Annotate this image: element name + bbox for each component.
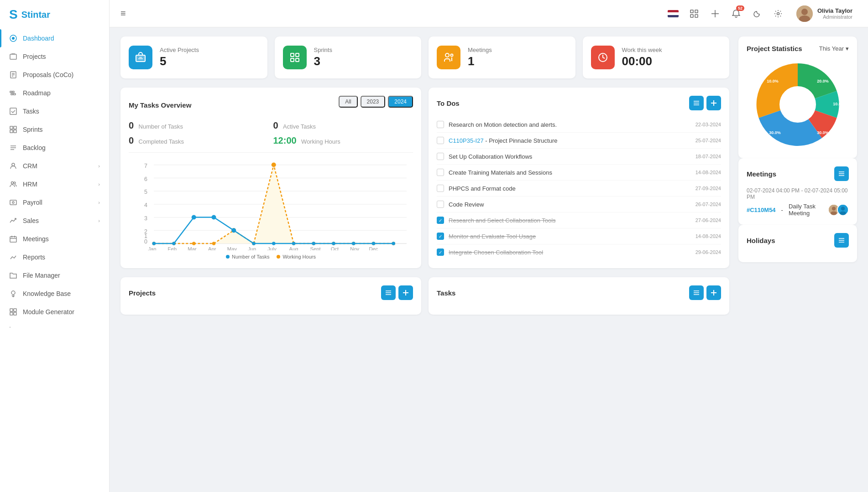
svg-rect-15 xyxy=(14,130,16,133)
svg-text:Jan: Jan xyxy=(148,246,156,250)
svg-rect-14 xyxy=(10,130,13,133)
svg-rect-10 xyxy=(13,93,16,95)
todos-add-button[interactable] xyxy=(706,96,721,110)
settings-button[interactable] xyxy=(771,6,785,21)
todo-link[interactable]: C110P35-I27 xyxy=(449,137,484,144)
reports-icon xyxy=(9,253,17,261)
crm-arrow-icon: › xyxy=(98,163,100,169)
todo-date: 14-08-2024 xyxy=(695,170,721,175)
hrm-arrow-icon: › xyxy=(98,181,100,187)
sidebar-item-label: Knowledge Base xyxy=(23,290,71,297)
svg-text:May: May xyxy=(227,246,237,250)
sidebar-item-projects[interactable]: Projects xyxy=(0,47,109,66)
todo-text: Monitor and Evaluate Tool Usage xyxy=(449,233,691,240)
flag-button[interactable] xyxy=(666,6,680,21)
svg-point-91 xyxy=(292,242,296,245)
todos-actions xyxy=(689,96,721,110)
todo-checkbox[interactable]: ✓ xyxy=(437,217,444,224)
svg-rect-9 xyxy=(11,93,13,95)
meetings-card: Meetings 1 xyxy=(429,36,575,78)
todo-item: ✓ Research and Select Collaboration Tool… xyxy=(437,212,721,228)
task-filters: All 2023 2024 xyxy=(339,96,413,108)
svg-point-94 xyxy=(352,242,356,245)
todo-item: ✓ Monitor and Evaluate Tool Usage 14-08-… xyxy=(437,228,721,244)
sidebar-item-module-generator[interactable]: Module Generator xyxy=(0,303,109,321)
sidebar-item-dashboard[interactable]: Dashboard xyxy=(0,29,109,47)
sidebar-item-knowledge-base[interactable]: Knowledge Base xyxy=(0,285,109,303)
tasks-list-button[interactable] xyxy=(689,285,704,300)
active-projects-value: 5 xyxy=(160,54,199,68)
tasks-panel-title: Tasks xyxy=(437,289,455,297)
sidebar-item-backlog[interactable]: Backlog xyxy=(0,139,109,157)
projects-add-button[interactable] xyxy=(398,285,413,300)
svg-rect-46 xyxy=(139,57,142,58)
svg-point-84 xyxy=(152,242,156,245)
svg-text:20.0%: 20.0% xyxy=(817,79,829,83)
todo-checkbox[interactable] xyxy=(437,137,444,144)
sidebar-logo: S Stintar xyxy=(0,0,109,29)
profile-button[interactable]: Olivia Taylor Administrator xyxy=(792,3,857,25)
sidebar-item-sprints[interactable]: Sprints xyxy=(0,120,109,139)
todo-date: 29-06-2024 xyxy=(695,249,721,255)
svg-point-93 xyxy=(332,242,335,245)
sprints-icon xyxy=(9,125,17,134)
projects-panel-actions xyxy=(381,285,413,300)
svg-text:30.0%: 30.0% xyxy=(769,130,781,135)
svg-text:0: 0 xyxy=(144,238,147,245)
todo-checkbox[interactable] xyxy=(437,169,444,176)
filter-2024-button[interactable]: 2024 xyxy=(388,96,413,108)
notification-button[interactable]: 52 xyxy=(729,6,743,21)
svg-point-74 xyxy=(212,242,216,245)
sidebar-item-label: Proposals (CoCo) xyxy=(23,71,73,78)
todo-checkbox[interactable] xyxy=(437,185,444,192)
add-button[interactable] xyxy=(708,6,722,21)
apps-button[interactable] xyxy=(687,6,701,21)
stat-cards-row: Active Projects 5 Sprints 3 xyxy=(120,36,729,78)
sidebar-item-payroll[interactable]: Payroll › xyxy=(0,193,109,212)
filter-2023-button[interactable]: 2023 xyxy=(361,96,386,108)
todo-checkbox[interactable] xyxy=(437,121,444,128)
content-main: Active Projects 5 Sprints 3 xyxy=(120,36,729,483)
svg-rect-11 xyxy=(10,108,16,114)
todo-text: Integrate Chosen Collaboration Tool xyxy=(449,249,691,256)
svg-text:Feb: Feb xyxy=(168,246,177,250)
backlog-icon xyxy=(9,144,17,152)
legend-tasks-label: Number of Tasks xyxy=(232,254,269,259)
tasks-add-button[interactable] xyxy=(706,285,721,300)
sidebar-item-reports[interactable]: Reports xyxy=(0,248,109,266)
sidebar-item-meetings[interactable]: Meetings xyxy=(0,230,109,248)
sprints-card: Sprints 3 xyxy=(275,36,422,78)
svg-point-42 xyxy=(801,9,808,15)
todo-date: 14-08-2024 xyxy=(695,233,721,239)
dark-mode-button[interactable] xyxy=(750,6,764,21)
svg-text:Nov: Nov xyxy=(350,246,359,250)
filter-all-button[interactable]: All xyxy=(339,96,357,108)
sidebar-item-crm[interactable]: CRM › xyxy=(0,157,109,175)
projects-list-button[interactable] xyxy=(381,285,396,300)
todo-checkbox[interactable]: ✓ xyxy=(437,249,444,256)
svg-rect-34 xyxy=(690,10,693,13)
todo-date: 25-07-2024 xyxy=(695,138,721,143)
sidebar-item-hrm[interactable]: HRM › xyxy=(0,175,109,193)
todo-checkbox[interactable] xyxy=(437,201,444,208)
todo-checkbox[interactable] xyxy=(437,153,444,160)
tasks-overview-title: My Tasks Overview xyxy=(129,101,191,109)
todo-checkbox[interactable]: ✓ xyxy=(437,233,444,240)
profile-role: Administrator xyxy=(817,14,852,20)
year-select[interactable]: This Year ▾ xyxy=(819,45,849,52)
todos-list-button[interactable] xyxy=(689,96,704,110)
svg-point-87 xyxy=(212,215,216,220)
legend-tasks: Number of Tasks xyxy=(226,254,269,259)
meeting-link[interactable]: #C110M54 xyxy=(747,207,776,213)
svg-text:Jun: Jun xyxy=(248,246,256,250)
sidebar-item-file-manager[interactable]: File Manager xyxy=(0,266,109,285)
sidebar-item-proposals[interactable]: Proposals (CoCo) xyxy=(0,66,109,84)
holidays-list-button[interactable] xyxy=(834,233,849,248)
legend-tasks-dot xyxy=(226,255,230,259)
sidebar-item-roadmap[interactable]: Roadmap xyxy=(0,84,109,102)
sidebar-item-tasks[interactable]: Tasks xyxy=(0,102,109,120)
sidebar-item-sales[interactable]: Sales › xyxy=(0,212,109,230)
meetings-list-button[interactable] xyxy=(834,166,849,181)
meeting-dash: - xyxy=(781,207,783,213)
menu-toggle-button[interactable]: ≡ xyxy=(120,8,126,19)
